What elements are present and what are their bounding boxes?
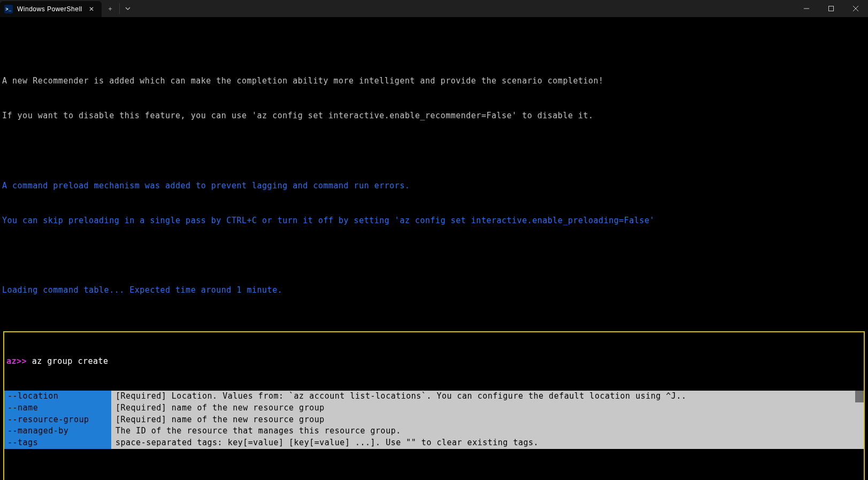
prompt-line[interactable]: az>> az group create [4,356,864,368]
minimize-icon [804,6,809,11]
close-window-button[interactable] [843,0,868,17]
tab-title: Windows PowerShell [17,5,82,13]
close-icon [853,6,858,11]
param-name: --resource-group [4,414,111,426]
info-line: A new Recommender is added which can mak… [2,75,866,87]
window-controls [794,0,868,17]
prompt-prefix: az>> [6,356,27,366]
autocomplete-row[interactable]: --managed-byThe ID of the resource that … [4,425,864,437]
active-tab[interactable]: >_ Windows PowerShell ✕ [0,1,102,17]
autocomplete-row[interactable]: --tagsspace-separated tags: key[=value] … [4,437,864,449]
param-name: --location [4,391,111,402]
param-description: [Required] name of the new resource grou… [111,402,855,414]
loading-line: Loading command table... Expected time a… [2,285,866,296]
dropdown-scrollbar-track[interactable] [855,437,864,449]
param-name: --name [4,402,111,414]
param-name: --managed-by [4,425,111,437]
powershell-icon: >_ [4,5,13,13]
title-bar: >_ Windows PowerShell ✕ ＋ [0,0,868,17]
terminal-body[interactable]: A new Recommender is added which can mak… [0,17,868,480]
autocomplete-row[interactable]: --resource-group[Required] name of the n… [4,414,864,426]
param-description: The ID of the resource that manages this… [111,425,855,437]
dropdown-scrollbar-track[interactable] [855,425,864,437]
dropdown-scrollbar-track[interactable] [855,414,864,426]
tab-dropdown-button[interactable] [120,0,136,17]
info-line: If you want to disable this feature, you… [2,110,866,122]
param-description: [Required] name of the new resource grou… [111,414,855,426]
dropdown-scrollbar[interactable] [855,391,864,402]
prompt-padding [4,472,864,480]
command-input[interactable]: az group create [27,356,109,366]
maximize-icon [828,6,834,11]
param-name: --tags [4,437,111,449]
autocomplete-row[interactable]: --location[Required] Location. Values fr… [4,391,864,402]
maximize-button[interactable] [819,0,843,17]
svg-rect-0 [829,6,834,11]
prompt-box: az>> az group create --location[Required… [3,331,865,480]
minimize-button[interactable] [794,0,819,17]
new-tab-button[interactable]: ＋ [102,0,119,17]
param-description: space-separated tags: key[=value] [key[=… [111,437,855,449]
preload-line: A command preload mechanism was added to… [2,180,866,192]
titlebar-drag-area[interactable] [136,0,794,17]
close-tab-button[interactable]: ✕ [87,4,97,14]
preload-line: You can skip preloading in a single pass… [2,215,866,227]
chevron-down-icon [125,6,130,11]
dropdown-scrollbar-track[interactable] [855,402,864,414]
param-description: [Required] Location. Values from: `az ac… [111,391,855,402]
autocomplete-row[interactable]: --name[Required] name of the new resourc… [4,402,864,414]
